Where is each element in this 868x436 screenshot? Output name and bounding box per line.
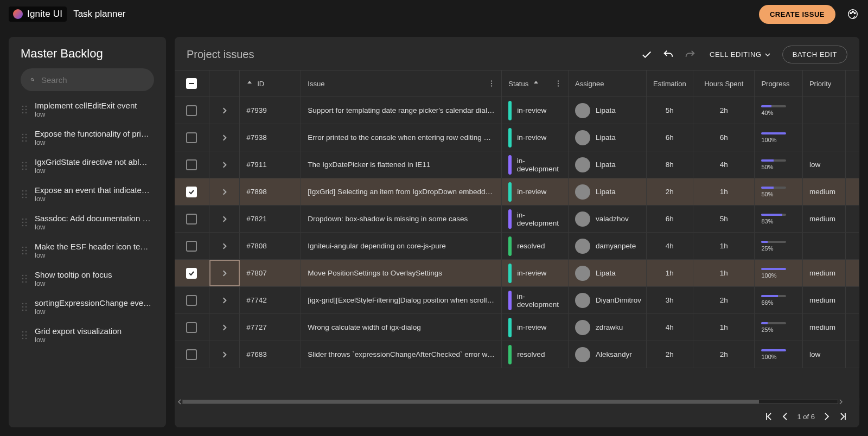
svg-point-56 bbox=[22, 335, 24, 336]
row-checkbox[interactable] bbox=[186, 241, 197, 252]
column-menu-icon[interactable] bbox=[555, 80, 561, 87]
cell-progress: 100% bbox=[755, 341, 803, 368]
redo-icon[interactable] bbox=[682, 47, 698, 62]
cell-priority: medium bbox=[803, 260, 846, 286]
backlog-item-title: Expose the functionality of pri… bbox=[35, 129, 154, 138]
table-row[interactable]: #7938 Error printed to the console when … bbox=[175, 124, 859, 151]
table-row[interactable]: #7727 Wrong calculate width of igx-dialo… bbox=[175, 314, 859, 341]
row-checkbox[interactable] bbox=[186, 268, 197, 279]
search-field[interactable] bbox=[21, 68, 154, 91]
page-next-icon[interactable] bbox=[822, 412, 831, 421]
backlog-item[interactable]: Expose an event that indicate… low bbox=[9, 180, 166, 208]
cell-hours: 6h bbox=[693, 124, 755, 151]
col-estimation[interactable]: Estimation bbox=[647, 70, 694, 97]
expand-row-button[interactable] bbox=[209, 206, 240, 232]
backlog-item[interactable]: Sassdoc: Add documentation … low bbox=[9, 208, 166, 236]
expand-row-button[interactable] bbox=[209, 233, 240, 259]
row-checkbox[interactable] bbox=[186, 214, 197, 225]
drag-handle-icon[interactable] bbox=[21, 270, 28, 287]
col-status[interactable]: Status bbox=[502, 70, 569, 97]
main-header: Project issues CELL EDITING BATCH EDIT bbox=[175, 37, 859, 70]
col-assignee[interactable]: Assignee bbox=[569, 70, 647, 97]
svg-point-57 bbox=[25, 335, 27, 336]
col-hours[interactable]: Hours Spent bbox=[693, 70, 755, 97]
drag-handle-icon[interactable] bbox=[21, 129, 28, 146]
backlog-item[interactable]: Make the ESF header icon te… low bbox=[9, 236, 166, 265]
col-priority[interactable]: Priority bbox=[803, 70, 846, 97]
svg-point-65 bbox=[558, 85, 559, 86]
table-row[interactable]: #7939 Support for templating date range … bbox=[175, 97, 859, 124]
table-row[interactable]: #7911 The IgxDatePicker is flattened in … bbox=[175, 151, 859, 178]
cell-hours: 5h bbox=[693, 206, 755, 232]
svg-point-13 bbox=[25, 134, 27, 136]
drag-handle-icon[interactable] bbox=[21, 326, 28, 344]
batch-edit-button[interactable]: BATCH EDIT bbox=[782, 46, 847, 63]
table-row[interactable]: #7898 [IgxGrid] Selecting an item from I… bbox=[175, 178, 859, 206]
backlog-item[interactable]: IgxGridState directive not abl… low bbox=[9, 152, 166, 180]
column-menu-icon[interactable] bbox=[488, 80, 495, 87]
expand-row-button[interactable] bbox=[209, 287, 240, 313]
drag-handle-icon[interactable] bbox=[21, 242, 28, 259]
grid-body[interactable]: #7939 Support for templating date range … bbox=[175, 97, 859, 398]
row-checkbox[interactable] bbox=[186, 349, 197, 360]
expand-row-button[interactable] bbox=[209, 124, 240, 151]
drag-handle-icon[interactable] bbox=[21, 157, 28, 175]
backlog-list[interactable]: Implement cellEditExit event low Expose … bbox=[9, 95, 166, 423]
cell-priority bbox=[803, 233, 846, 259]
cell-priority: low bbox=[803, 151, 846, 178]
row-checkbox[interactable] bbox=[186, 295, 197, 306]
search-input[interactable] bbox=[41, 75, 144, 85]
backlog-item[interactable]: sortingExpressionChange eve… low bbox=[9, 293, 166, 321]
backlog-item[interactable]: Implement cellEditExit event low bbox=[9, 95, 166, 124]
expand-row-button[interactable] bbox=[209, 151, 240, 178]
expand-row-button[interactable] bbox=[209, 314, 240, 341]
cell-editing-dropdown[interactable]: CELL EDITING bbox=[704, 50, 776, 59]
table-row[interactable]: #7683 Slider throws `expressionChangeAft… bbox=[175, 341, 859, 368]
table-row[interactable]: #7808 Igniteui-angular depending on core… bbox=[175, 233, 859, 260]
backlog-item[interactable]: Grid export visualization low bbox=[9, 321, 166, 349]
page-first-icon[interactable] bbox=[764, 412, 773, 421]
col-issue[interactable]: Issue bbox=[301, 70, 502, 97]
drag-handle-icon[interactable] bbox=[21, 214, 28, 231]
table-row[interactable]: #7742 [igx-grid][ExcelStyleFiltering]Dia… bbox=[175, 287, 859, 314]
expand-row-button[interactable] bbox=[209, 341, 240, 368]
svg-point-39 bbox=[25, 250, 27, 252]
col-id[interactable]: ID bbox=[240, 70, 301, 97]
scroll-down-icon[interactable] bbox=[846, 398, 859, 406]
cell-id: #7808 bbox=[240, 233, 301, 259]
row-checkbox[interactable] bbox=[186, 159, 197, 170]
expand-row-button[interactable] bbox=[209, 260, 240, 286]
row-checkbox[interactable] bbox=[186, 105, 197, 116]
expand-row-button[interactable] bbox=[209, 97, 240, 124]
scroll-up-icon[interactable] bbox=[846, 70, 859, 97]
row-checkbox[interactable] bbox=[186, 187, 197, 197]
svg-point-42 bbox=[22, 275, 24, 277]
drag-handle-icon[interactable] bbox=[21, 101, 28, 118]
select-all-checkbox[interactable] bbox=[175, 70, 209, 97]
svg-point-4 bbox=[31, 78, 33, 80]
cell-priority: low bbox=[803, 341, 846, 368]
theme-palette-icon[interactable] bbox=[846, 8, 859, 21]
cell-priority: medium bbox=[803, 287, 846, 313]
svg-line-5 bbox=[33, 80, 34, 81]
table-row[interactable]: #7807 Move PositionSettings to OverlaySe… bbox=[175, 260, 859, 287]
table-row[interactable]: #7821 Dropdown: box-shadow is missing in… bbox=[175, 206, 859, 233]
expand-row-button[interactable] bbox=[209, 178, 240, 205]
page-prev-icon[interactable] bbox=[781, 412, 789, 421]
svg-point-41 bbox=[25, 253, 27, 255]
brand: Ignite UI bbox=[9, 7, 67, 22]
svg-point-14 bbox=[22, 137, 24, 139]
page-last-icon[interactable] bbox=[839, 412, 847, 421]
backlog-item-title: Make the ESF header icon te… bbox=[35, 242, 154, 251]
create-issue-button[interactable]: CREATE ISSUE bbox=[759, 5, 835, 24]
drag-handle-icon[interactable] bbox=[21, 185, 28, 203]
commit-icon[interactable] bbox=[639, 47, 654, 62]
row-checkbox[interactable] bbox=[186, 322, 197, 333]
undo-icon[interactable] bbox=[661, 47, 676, 62]
backlog-item[interactable]: Expose the functionality of pri… low bbox=[9, 124, 166, 152]
col-progress[interactable]: Progress bbox=[755, 70, 803, 97]
row-checkbox[interactable] bbox=[186, 132, 197, 143]
drag-handle-icon[interactable] bbox=[21, 298, 28, 316]
backlog-item[interactable]: Show tooltip on focus low bbox=[9, 265, 166, 293]
horizontal-scrollbar[interactable] bbox=[175, 398, 846, 406]
